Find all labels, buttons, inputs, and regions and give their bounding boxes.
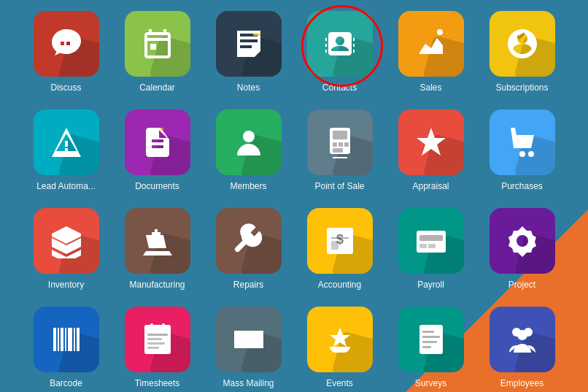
app-label-pos: Point of Sale	[314, 181, 364, 191]
app-label-inventory: Inventory	[48, 280, 84, 290]
svg-rect-19	[53, 328, 56, 351]
svg-rect-30	[147, 338, 162, 340]
app-label-repairs: Repairs	[233, 280, 263, 290]
svg-rect-20	[58, 328, 59, 351]
app-icon-sales	[398, 11, 464, 77]
svg-rect-27	[150, 323, 153, 328]
svg-rect-7	[344, 142, 349, 147]
app-icon-lead	[34, 109, 99, 175]
app-icon-discuss	[34, 11, 99, 77]
app-item-barcode[interactable]: Barcode	[23, 307, 110, 392]
app-icon-purchases	[490, 109, 555, 175]
app-label-lead: Lead Automa...	[36, 181, 96, 191]
app-label-notes: Notes	[237, 82, 260, 93]
svg-rect-8	[333, 148, 343, 153]
app-icon-documents	[125, 109, 190, 175]
app-icon-members	[216, 109, 282, 175]
svg-rect-0	[253, 34, 260, 36]
app-label-sales: Sales	[419, 82, 441, 93]
app-item-massmailing[interactable]: Mass Mailing	[205, 307, 293, 392]
app-label-surveys: Surveys	[415, 378, 446, 388]
app-item-discuss[interactable]: Discuss	[23, 11, 110, 106]
app-label-events: Events	[326, 378, 353, 388]
app-item-employees[interactable]: Employees	[479, 307, 566, 392]
app-item-contacts[interactable]: Contacts	[296, 11, 384, 106]
app-icon-pos	[307, 109, 373, 175]
app-item-payroll[interactable]: Payroll	[387, 208, 475, 303]
app-icon-inventory	[34, 208, 99, 274]
app-label-discuss: Discuss	[50, 82, 81, 93]
app-icon-calendar	[125, 11, 190, 77]
svg-rect-22	[65, 328, 66, 351]
app-item-accounting[interactable]: $Accounting	[296, 208, 384, 303]
svg-rect-29	[147, 334, 168, 336]
svg-point-2	[243, 131, 255, 142]
app-icon-accounting: $	[307, 208, 373, 274]
app-label-massmailing: Mass Mailing	[223, 378, 274, 388]
app-item-surveys[interactable]: Surveys	[387, 307, 475, 392]
app-item-lead[interactable]: Lead Automa...	[23, 109, 110, 204]
svg-rect-32	[147, 347, 159, 349]
svg-rect-5	[333, 142, 337, 147]
app-label-accounting: Accounting	[318, 280, 361, 290]
app-item-sales[interactable]: Sales	[387, 11, 475, 106]
svg-rect-14	[331, 241, 339, 250]
svg-rect-17	[419, 244, 427, 248]
svg-rect-36	[422, 341, 437, 343]
svg-rect-21	[61, 328, 63, 351]
svg-rect-34	[422, 331, 434, 333]
app-label-subscriptions: Subscriptions	[495, 82, 548, 93]
app-label-members: Members	[230, 181, 266, 191]
svg-rect-33	[419, 325, 443, 354]
app-item-members[interactable]: Members	[205, 109, 293, 204]
app-icon-subscriptions	[490, 11, 555, 77]
app-icon-notes	[216, 11, 282, 77]
app-label-timesheets: Timesheets	[135, 378, 180, 388]
app-item-project[interactable]: Project	[479, 208, 566, 303]
app-label-manufacturing: Manufacturing	[129, 280, 185, 290]
svg-rect-28	[162, 323, 165, 328]
svg-rect-23	[68, 328, 72, 351]
app-item-manufacturing[interactable]: Manufacturing	[114, 208, 201, 303]
app-item-purchases[interactable]: Purchases	[479, 109, 566, 204]
app-grid: DiscussCalendarNotesContactsSalesSubscri…	[0, 0, 588, 392]
app-label-documents: Documents	[135, 181, 179, 191]
app-item-notes[interactable]: Notes	[205, 11, 293, 106]
app-icon-surveys	[398, 307, 464, 372]
app-item-events[interactable]: Events	[296, 307, 384, 392]
app-label-purchases: Purchases	[501, 181, 543, 191]
app-item-timesheets[interactable]: Timesheets	[114, 307, 201, 392]
app-icon-project	[490, 208, 555, 274]
svg-rect-31	[147, 342, 165, 345]
svg-marker-9	[417, 128, 446, 155]
svg-rect-1	[160, 128, 163, 131]
app-label-barcode: Barcode	[50, 378, 82, 388]
svg-rect-4	[333, 131, 347, 139]
app-icon-payroll	[398, 208, 464, 274]
app-icon-timesheets	[125, 307, 190, 372]
app-icon-employees	[490, 307, 555, 372]
svg-rect-24	[74, 328, 75, 351]
app-label-project: Project	[508, 280, 535, 290]
app-item-subscriptions[interactable]: Subscriptions	[479, 11, 566, 106]
svg-rect-35	[422, 336, 440, 338]
app-icon-massmailing	[216, 307, 282, 372]
app-item-inventory[interactable]: Inventory	[23, 208, 110, 303]
app-icon-appraisal	[398, 109, 464, 175]
app-item-pos[interactable]: Point of Sale	[296, 109, 384, 204]
svg-rect-18	[428, 244, 436, 248]
app-label-payroll: Payroll	[417, 280, 444, 290]
svg-rect-6	[339, 142, 343, 147]
app-item-appraisal[interactable]: Appraisal	[387, 109, 475, 204]
app-icon-events	[307, 307, 373, 372]
app-icon-manufacturing	[125, 208, 190, 274]
app-item-calendar[interactable]: Calendar	[114, 11, 201, 106]
svg-point-10	[247, 239, 251, 243]
svg-point-40	[517, 330, 527, 340]
app-label-calendar: Calendar	[139, 82, 175, 93]
app-label-employees: Employees	[500, 378, 543, 388]
app-item-repairs[interactable]: Repairs	[205, 208, 293, 303]
app-label-appraisal: Appraisal	[412, 181, 449, 191]
app-item-documents[interactable]: Documents	[114, 109, 201, 204]
app-icon-repairs	[216, 208, 282, 274]
